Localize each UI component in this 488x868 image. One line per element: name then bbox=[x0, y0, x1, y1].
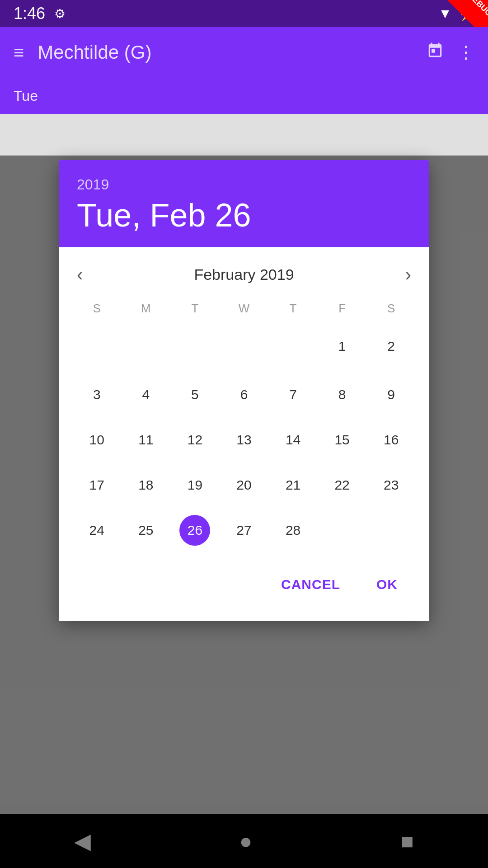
status-left: 1:46 ⚙ bbox=[14, 4, 66, 23]
dow-sat: S bbox=[366, 297, 416, 320]
dow-wed: W bbox=[220, 297, 269, 320]
calendar-date: Tue, Feb 26 bbox=[77, 197, 411, 234]
more-icon[interactable]: ⋮ bbox=[457, 42, 474, 62]
app-bar-icons: ⋮ bbox=[427, 42, 474, 63]
day-22[interactable]: 22 bbox=[318, 463, 367, 507]
day-empty bbox=[366, 509, 416, 555]
calendar-header: 2019 Tue, Feb 26 bbox=[59, 160, 429, 247]
day-26[interactable]: 26 bbox=[170, 509, 220, 555]
week-row-5: 24 25 26 27 28 bbox=[72, 509, 416, 555]
day-empty bbox=[268, 325, 318, 371]
day-14[interactable]: 14 bbox=[268, 418, 318, 462]
bg-tab-bar: Tue bbox=[0, 78, 488, 114]
calendar-body: ‹ February 2019 › S M T W T F S bbox=[59, 247, 429, 621]
dow-fri: F bbox=[318, 297, 367, 320]
day-3[interactable]: 3 bbox=[72, 373, 122, 416]
next-month-button[interactable]: › bbox=[401, 261, 416, 288]
bg-tab-text: Tue bbox=[14, 88, 38, 104]
day-6[interactable]: 6 bbox=[220, 373, 269, 416]
day-24[interactable]: 24 bbox=[72, 509, 122, 555]
dow-sun: S bbox=[72, 297, 122, 320]
week-row-2: 3 4 5 6 7 8 9 bbox=[72, 373, 416, 416]
date-picker-dialog: 2019 Tue, Feb 26 ‹ February 2019 › S M bbox=[59, 160, 429, 621]
day-empty bbox=[318, 509, 367, 555]
calendar-icon[interactable] bbox=[427, 42, 444, 63]
day-15[interactable]: 15 bbox=[318, 418, 367, 462]
app-title: Mechtilde (G) bbox=[38, 42, 427, 63]
wifi-icon: ▼ bbox=[438, 6, 452, 21]
day-28[interactable]: 28 bbox=[268, 509, 318, 555]
day-empty bbox=[122, 325, 171, 371]
day-empty bbox=[220, 325, 269, 371]
day-empty bbox=[72, 325, 122, 371]
day-12[interactable]: 12 bbox=[170, 418, 220, 462]
day-18[interactable]: 18 bbox=[122, 463, 171, 507]
week-row-1: 1 2 bbox=[72, 325, 416, 371]
status-bar: 1:46 ⚙ ▼ ⚡ DEBUG bbox=[0, 0, 488, 27]
status-time: 1:46 bbox=[14, 4, 45, 23]
cancel-button[interactable]: CANCEL bbox=[272, 571, 349, 599]
dow-mon: M bbox=[122, 297, 171, 320]
day-17[interactable]: 17 bbox=[72, 463, 122, 507]
prev-month-button[interactable]: ‹ bbox=[72, 261, 87, 288]
background-content: Tue 2019 Tue, Feb 26 ‹ February 2019 › bbox=[0, 78, 488, 868]
day-5[interactable]: 5 bbox=[170, 373, 220, 416]
app-bar: ≡ Mechtilde (G) ⋮ bbox=[0, 27, 488, 78]
day-10[interactable]: 10 bbox=[72, 418, 122, 462]
day-1[interactable]: 1 bbox=[318, 325, 367, 371]
day-11[interactable]: 11 bbox=[122, 418, 171, 462]
day-27[interactable]: 27 bbox=[220, 509, 269, 555]
settings-icon: ⚙ bbox=[54, 6, 66, 21]
dow-thu: T bbox=[268, 297, 318, 320]
day-9[interactable]: 9 bbox=[366, 373, 416, 416]
dow-tue: T bbox=[170, 297, 220, 320]
calendar-grid: S M T W T F S 1 bbox=[72, 297, 416, 555]
day-21[interactable]: 21 bbox=[268, 463, 318, 507]
debug-label: DEBUG bbox=[466, 0, 488, 18]
week-row-3: 10 11 12 13 14 15 16 bbox=[72, 418, 416, 462]
status-right: ▼ ⚡ DEBUG bbox=[438, 6, 474, 21]
day-of-week-row: S M T W T F S bbox=[72, 297, 416, 320]
day-20[interactable]: 20 bbox=[220, 463, 269, 507]
day-8[interactable]: 8 bbox=[318, 373, 367, 416]
day-16[interactable]: 16 bbox=[366, 418, 416, 462]
calendar-year[interactable]: 2019 bbox=[77, 176, 411, 193]
ok-button[interactable]: OK bbox=[367, 571, 407, 599]
dialog-overlay: 2019 Tue, Feb 26 ‹ February 2019 › S M bbox=[0, 156, 488, 868]
day-25[interactable]: 25 bbox=[122, 509, 171, 555]
hamburger-icon[interactable]: ≡ bbox=[14, 42, 24, 63]
month-label: February 2019 bbox=[194, 266, 294, 283]
day-2[interactable]: 2 bbox=[366, 325, 416, 371]
day-empty bbox=[170, 325, 220, 371]
dialog-actions: CANCEL OK bbox=[72, 557, 416, 608]
day-23[interactable]: 23 bbox=[366, 463, 416, 507]
day-4[interactable]: 4 bbox=[122, 373, 171, 416]
day-7[interactable]: 7 bbox=[268, 373, 318, 416]
day-19[interactable]: 19 bbox=[170, 463, 220, 507]
day-13[interactable]: 13 bbox=[220, 418, 269, 462]
month-nav: ‹ February 2019 › bbox=[72, 256, 416, 297]
week-row-4: 17 18 19 20 21 22 23 bbox=[72, 463, 416, 507]
